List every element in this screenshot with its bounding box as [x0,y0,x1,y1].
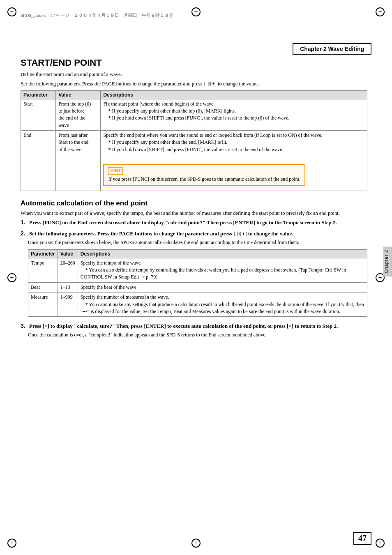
table1-header-value: Value [56,90,101,99]
main-content: START/END POINT Define the start point a… [21,58,367,530]
corner-mark-bl [7,539,16,548]
step3-desc: Once the calculation is over, a "complet… [28,331,367,339]
param-beat: Beat [28,282,58,292]
step2-bold: Set the following parameters. Press the … [29,230,293,237]
chapter-header: Chapter 2 Wave Editing [293,43,371,55]
bottom-divider [21,535,371,535]
section1-intro1: Define the start point and an end point … [21,71,367,78]
corner-mark-ml [7,273,16,282]
table-row: Beat 1–13 Specify the beat of the wave. [28,282,367,292]
corner-mark-mb [191,539,201,548]
section2-intro: When you want to extract part of a wave,… [21,210,367,217]
corner-mark-br [376,539,385,548]
table2-header-value: Value [58,249,78,258]
desc-start: Fix the start point (where the sound beg… [101,99,367,131]
param-measure: Measure [28,292,58,317]
desc-end: Specify the end point where you want the… [101,131,367,191]
step3-number: 3. [21,322,25,329]
value-beat: 1–13 [58,282,78,292]
chapter-side-tab: Chapter 2 [383,246,392,276]
hint-box: HINT If you press [FUNC] on this screen,… [103,164,305,186]
step3-bold: Press [>] to display "calculate, sure?" … [29,323,338,329]
table-row: Tempo 20–260 Specify the tempo of the wa… [28,258,367,282]
page-header: SPDS_e.book 47 ページ ２００４年４月１９日 月曜日 午前９時５８… [21,12,371,18]
desc-measure: Specify the number of measures in the wa… [78,292,367,317]
value-end: From just afterStart to the endof the wa… [56,131,101,191]
section2-table: Parameter Value Descriptions Tempo 20–26… [28,249,367,317]
desc-tempo: Specify the tempo of the wave. * You can… [78,258,367,282]
section1-table: Parameter Value Descriptions Start From … [21,90,367,191]
value-tempo: 20–260 [58,258,78,282]
table1-header-param: Parameter [21,90,56,99]
table-row: Measure 1–999 Specify the number of meas… [28,292,367,317]
section1-title: START/END POINT [21,58,367,68]
param-end: End [21,131,56,191]
value-measure: 1–999 [58,292,78,317]
table2-header-param: Parameter [28,249,58,258]
table2-header-desc: Descriptions [78,249,367,258]
step2-number: 2. [21,230,25,237]
header-text: SPDS_e.book 47 ページ ２００４年４月１９日 月曜日 午前９時５８… [21,12,173,18]
step2-desc: Once you set the parameters shown below,… [28,239,367,246]
corner-mark-tl [7,7,16,16]
desc-beat: Specify the beat of the wave. [78,282,367,292]
page-number: 47 [353,532,371,545]
param-start: Start [21,99,56,131]
table-row: Start From the top (0)to just beforethe … [21,99,367,131]
step1-bold: Press [FUNC] on the End screen discussed… [29,219,337,226]
section2-title: Automatic calculation of the end point [21,199,367,207]
hint-label: HINT [108,167,123,175]
step-2: 2. Set the following parameters. Press t… [21,230,367,317]
step-3: 3. Press [>] to display "calculate, sure… [21,322,367,339]
section1-intro2: Set the following parameters. Press the … [21,80,367,88]
param-tempo: Tempo [28,258,58,282]
step-1: 1. Press [FUNC] on the End screen discus… [21,219,367,226]
table-row: End From just afterStart to the endof th… [21,131,367,191]
table1-header-desc: Descriptions [101,90,367,99]
corner-mark-tr [376,7,385,16]
hint-text: If you press [FUNC] on this screen, the … [108,176,300,182]
step1-number: 1. [21,219,25,226]
value-start: From the top (0)to just beforethe end of… [56,99,101,131]
